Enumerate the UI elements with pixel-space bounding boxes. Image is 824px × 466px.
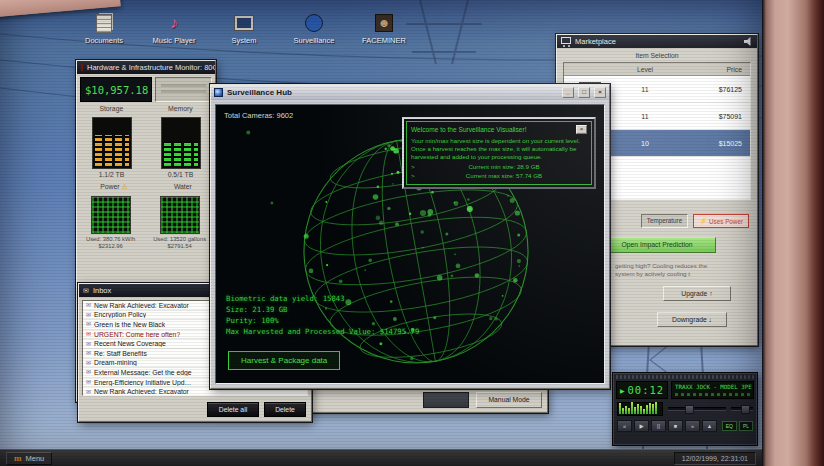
cart-icon bbox=[561, 37, 571, 44]
desktop-icon-music-player[interactable]: ♪ Music Player bbox=[146, 12, 202, 45]
downgrade-button[interactable]: Downgrade ↓ bbox=[657, 312, 727, 327]
previous-track-button[interactable]: « bbox=[617, 420, 632, 432]
mail-icon: ✉ bbox=[86, 302, 91, 308]
mail-icon: ✉ bbox=[86, 379, 91, 385]
surveillance-viewport: Total Cameras: 9602 Welcome to the Surve… bbox=[215, 104, 605, 384]
desktop-icon-system[interactable]: System bbox=[216, 12, 272, 45]
desktop-icon-surveillance[interactable]: Surveillance bbox=[286, 12, 342, 45]
volume-slider[interactable] bbox=[668, 407, 726, 411]
icon-label: Music Player bbox=[146, 36, 202, 45]
marketplace-title: Marketplace bbox=[575, 37, 740, 46]
storage-label: Storage bbox=[99, 105, 123, 112]
mail-icon: ✉ bbox=[86, 369, 91, 375]
biometric-yield: Biometric data yield: 15843 bbox=[226, 293, 419, 304]
icon-label: System bbox=[216, 36, 272, 45]
close-button[interactable]: × bbox=[594, 87, 606, 98]
popup-body-text: Your min/max harvest size is dependent o… bbox=[411, 137, 587, 161]
upgrade-button[interactable]: Upgrade ↑ bbox=[663, 286, 731, 301]
computer-icon bbox=[234, 15, 254, 31]
item-table-header: Level Price bbox=[564, 63, 750, 76]
mail-icon: ✉ bbox=[86, 360, 91, 366]
hardware-window-title: Hardware & Infrastructure Monitor: 80GB bbox=[87, 63, 215, 72]
balance-display: $10,957.18 bbox=[80, 77, 152, 102]
envelope-icon: ✉ bbox=[83, 287, 89, 295]
delete-button[interactable]: Delete bbox=[264, 402, 306, 417]
delete-all-button[interactable]: Delete all bbox=[207, 402, 259, 417]
mail-icon: ✉ bbox=[86, 341, 91, 347]
icon-label: FACEMINER bbox=[356, 36, 412, 45]
desktop-icon-faceminer[interactable]: ☻ FACEMINER bbox=[356, 12, 412, 45]
eject-button[interactable]: ▲ bbox=[702, 420, 717, 432]
bitrate-readout bbox=[675, 393, 750, 396]
playlist-toggle[interactable]: PL bbox=[739, 421, 753, 431]
popup-close-button[interactable]: × bbox=[576, 125, 587, 134]
temperature-badge: Temperature bbox=[641, 214, 688, 228]
visualiser-welcome-popup: Welcome to the Surveillance Visualiser! … bbox=[402, 117, 596, 189]
bolt-icon: ⚡ bbox=[699, 217, 707, 225]
maximize-button[interactable]: □ bbox=[578, 87, 590, 98]
equalizer-toggle[interactable]: EQ bbox=[722, 421, 737, 431]
hardware-monitor-titlebar[interactable]: Hardware & Infrastructure Monitor: 80GB bbox=[77, 61, 215, 74]
stop-button[interactable]: ■ bbox=[668, 420, 683, 432]
play-state-icon: ▶ bbox=[620, 387, 625, 394]
marketplace-titlebar[interactable]: Marketplace bbox=[557, 35, 757, 48]
play-button[interactable]: ▶ bbox=[634, 420, 649, 432]
inbox-title: Inbox bbox=[93, 286, 111, 295]
disabled-mode-button[interactable] bbox=[423, 392, 469, 408]
water-used: Used: 13520 gallons bbox=[153, 236, 206, 242]
mail-icon: ✉ bbox=[86, 389, 91, 395]
documents-icon bbox=[96, 14, 112, 33]
memory-label: Memory bbox=[168, 105, 193, 112]
water-cost: $2791.54 bbox=[168, 243, 192, 249]
player-titlebar[interactable] bbox=[616, 375, 754, 379]
popup-title: Welcome to the Surveillance Visualiser! bbox=[411, 126, 576, 133]
pause-button[interactable]: || bbox=[651, 420, 666, 432]
desktop-icon-row: Documents ♪ Music Player System Surveill… bbox=[76, 12, 412, 45]
monitor-bezel bbox=[762, 0, 824, 466]
faceminer-logo: m bbox=[14, 453, 22, 463]
mail-icon: ✉ bbox=[86, 312, 91, 318]
level-column-header: Level bbox=[616, 66, 674, 73]
hardware-window-icon bbox=[81, 64, 83, 71]
harvest-package-button[interactable]: Harvest & Package data bbox=[228, 351, 340, 370]
current-min-size-line: > Current min size: 28.9 GB bbox=[411, 163, 587, 170]
crt-monitor: Documents ♪ Music Player System Surveill… bbox=[0, 0, 824, 466]
price-column-header: Price bbox=[674, 66, 750, 73]
storage-value: 1.1/2 TB bbox=[92, 171, 132, 178]
harvest-purity: Purity: 100% bbox=[226, 315, 419, 326]
next-track-button[interactable]: » bbox=[685, 420, 700, 432]
surveillance-hub-window: Surveillance Hub _ □ × bbox=[210, 84, 610, 389]
surveillance-window-icon bbox=[214, 88, 223, 97]
item-description: getting high? Cooling reduces the system… bbox=[615, 262, 747, 278]
minimize-button[interactable]: _ bbox=[562, 87, 574, 98]
manual-mode-button[interactable]: Manual Mode bbox=[476, 392, 542, 408]
desktop-icon-documents[interactable]: Documents bbox=[76, 12, 132, 45]
desktop-screen: Documents ♪ Music Player System Surveill… bbox=[0, 0, 762, 466]
power-used: Used: 380.76 kW/h bbox=[86, 236, 135, 242]
speaker-icon[interactable] bbox=[744, 37, 753, 46]
music-note-icon: ♪ bbox=[170, 14, 178, 32]
harvest-size: Size: 21.39 GB bbox=[226, 304, 419, 315]
item-selection-label: Item Selection bbox=[557, 52, 757, 59]
surveillance-globe-icon bbox=[305, 14, 323, 32]
power-warning-icon: ⚠ bbox=[121, 183, 127, 190]
power-label: Power bbox=[100, 183, 119, 190]
current-max-size-line: > Current max size: 57.74 GB bbox=[411, 172, 587, 179]
uses-power-badge: ⚡ Uses Power bbox=[693, 214, 749, 228]
harvest-stats-readout: Biometric data yield: 15843 Size: 21.39 … bbox=[226, 293, 419, 337]
surveillance-titlebar[interactable]: Surveillance Hub _ □ × bbox=[211, 85, 609, 100]
level-panel bbox=[155, 77, 212, 102]
music-player: ▶ 00:12 TRAXX JOCK - MODEL 3PE (3:4 « ▶ … bbox=[612, 372, 758, 446]
mail-icon: ✉ bbox=[86, 331, 91, 337]
balance-slider[interactable] bbox=[731, 407, 753, 411]
mail-icon: ✉ bbox=[86, 321, 91, 327]
water-led-grid bbox=[160, 196, 200, 234]
taskbar-clock: 12/02/1999, 22:31:01 bbox=[674, 452, 756, 465]
faceminer-face-icon: ☻ bbox=[375, 14, 393, 32]
open-impact-prediction-button[interactable]: Open Impact Prediction bbox=[598, 237, 716, 253]
taskbar: m Menu 12/02/1999, 22:31:01 bbox=[0, 449, 762, 466]
menu-button[interactable]: m Menu bbox=[6, 452, 52, 465]
inbox-toolbar: Delete all Delete bbox=[79, 399, 311, 420]
total-cameras-readout: Total Cameras: 9602 bbox=[224, 111, 293, 120]
track-title-display: TRAXX JOCK - MODEL 3PE (3:4 bbox=[671, 381, 754, 399]
